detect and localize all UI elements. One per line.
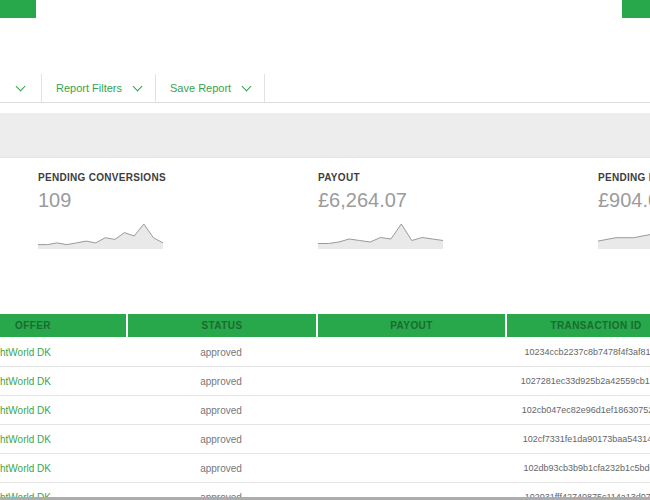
collapse-dropdown-button[interactable] — [0, 74, 42, 102]
offer-link[interactable]: htWorld DK — [0, 376, 126, 387]
table-row: htWorld DK approved 10234ccb2237c8b7478f… — [0, 338, 650, 367]
offer-link[interactable]: htWorld DK — [0, 434, 126, 445]
status-cell: approved — [126, 405, 316, 416]
topbar-right-accent — [622, 0, 650, 18]
offer-link[interactable]: htWorld DK — [0, 405, 126, 416]
table-header-row: OFFER STATUS PAYOUT TRANSACTION ID — [0, 314, 650, 337]
topbar-left-accent — [0, 0, 36, 18]
stat-label: PENDING CONVERSIONS — [38, 172, 288, 183]
sparkline-chart — [598, 220, 650, 250]
status-cell: approved — [126, 434, 316, 445]
status-cell: approved — [126, 347, 316, 358]
offer-link[interactable]: htWorld DK — [0, 463, 126, 474]
transaction-id-cell: 102cb047ec82e96d1ef18630752917 — [505, 405, 650, 415]
transaction-id-cell: 1027281ec33d925b2a42559cb1a11d — [505, 376, 650, 386]
stats-row: PENDING CONVERSIONS 109 PAYOUT £6,264.07… — [0, 172, 650, 256]
column-header-payout[interactable]: PAYOUT — [318, 314, 505, 337]
table-row: htWorld DK approved 102cb047ec82e96d1ef1… — [0, 396, 650, 425]
report-table: OFFER STATUS PAYOUT TRANSACTION ID htWor… — [0, 314, 650, 500]
save-report-button[interactable]: Save Report — [156, 74, 265, 102]
chevron-down-icon — [242, 82, 252, 92]
status-cell: approved — [126, 376, 316, 387]
offer-link[interactable]: htWorld DK — [0, 347, 126, 358]
chevron-down-icon — [133, 82, 143, 92]
filters-collapsed-panel — [0, 113, 650, 158]
stat-label: PENDING PAYOUT — [598, 172, 650, 183]
sparkline-chart — [38, 220, 163, 250]
report-filters-label: Report Filters — [56, 82, 122, 94]
transaction-id-cell: 102db93cb3b9b1cfa232b1c5bdcf9b — [505, 463, 650, 473]
status-cell: approved — [126, 463, 316, 474]
top-bar — [0, 0, 650, 18]
stat-pending-payout: PENDING PAYOUT £904.07 — [598, 172, 650, 250]
sparkline-chart — [318, 220, 443, 250]
stat-pending-conversions: PENDING CONVERSIONS 109 — [38, 172, 288, 250]
save-report-label: Save Report — [170, 82, 231, 94]
stat-payout: PAYOUT £6,264.07 — [318, 172, 568, 250]
table-row: htWorld DK approved 102cf7331fe1da90173b… — [0, 425, 650, 454]
table-row: htWorld DK approved 102db93cb3b9b1cfa232… — [0, 454, 650, 483]
stat-label: PAYOUT — [318, 172, 568, 183]
report-toolbar: Report Filters Save Report — [0, 74, 650, 103]
column-header-transaction-id[interactable]: TRANSACTION ID — [507, 314, 650, 337]
transaction-id-cell: 10234ccb2237c8b7478f4f3af819a8 — [505, 347, 650, 357]
table-row: htWorld DK approved 1027281ec33d925b2a42… — [0, 367, 650, 396]
stat-value: 109 — [38, 189, 288, 212]
report-filters-button[interactable]: Report Filters — [42, 74, 156, 102]
stat-value: £6,264.07 — [318, 189, 568, 212]
stat-value: £904.07 — [598, 189, 650, 212]
chevron-down-icon — [16, 82, 26, 92]
column-header-offer[interactable]: OFFER — [0, 314, 126, 337]
transaction-id-cell: 102cf7331fe1da90173baa543143b1 — [505, 434, 650, 444]
column-header-status[interactable]: STATUS — [128, 314, 316, 337]
